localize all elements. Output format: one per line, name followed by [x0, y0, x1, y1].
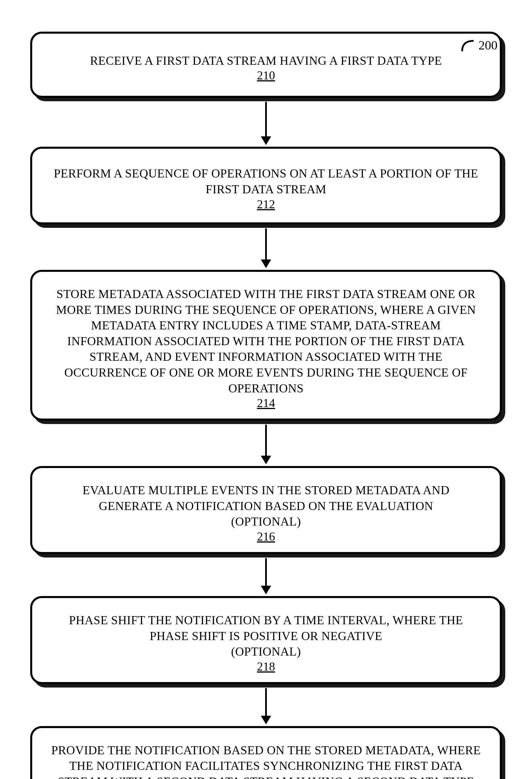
step-ref: 210 — [257, 68, 275, 82]
arrow-icon — [261, 688, 271, 724]
step-box-212: PERFORM A SEQUENCE OF OPERATIONS ON AT L… — [30, 147, 502, 224]
arrow-icon — [261, 102, 271, 145]
step-text: PHASE SHIFT THE NOTIFICATION BY A TIME I… — [50, 612, 482, 644]
step-ref: 212 — [257, 197, 275, 211]
arrow-icon — [261, 558, 271, 594]
step-ref: 216 — [257, 530, 275, 543]
step-text: PROVIDE THE NOTIFICATION BASED ON THE ST… — [50, 742, 482, 779]
arrow-icon — [261, 228, 271, 268]
figure-number-text: 200 — [478, 38, 497, 53]
step-text: STORE METADATA ASSOCIATED WITH THE FIRST… — [50, 286, 482, 396]
arrow-icon — [261, 425, 271, 464]
figure-number-label: 200 — [460, 38, 497, 53]
step-box-216: EVALUATE MULTIPLE EVENTS IN THE STORED M… — [30, 466, 502, 554]
step-text: RECEIVE A FIRST DATA STREAM HAVING A FIR… — [50, 53, 482, 69]
step-ref: 218 — [257, 660, 275, 673]
step-box-210: RECEIVE A FIRST DATA STREAM HAVING A FIR… — [30, 32, 502, 98]
flowchart-canvas: 200 RECEIVE A FIRST DATA STREAM HAVING A… — [11, 32, 521, 779]
step-optional: (OPTIONAL) — [50, 644, 482, 660]
step-box-220: PROVIDE THE NOTIFICATION BASED ON THE ST… — [30, 726, 502, 779]
step-optional: (OPTIONAL) — [50, 514, 482, 530]
step-box-214: STORE METADATA ASSOCIATED WITH THE FIRST… — [30, 270, 502, 421]
leader-arc-icon — [460, 38, 476, 53]
step-text: EVALUATE MULTIPLE EVENTS IN THE STORED M… — [50, 482, 482, 514]
step-ref: 214 — [257, 396, 275, 410]
step-text: PERFORM A SEQUENCE OF OPERATIONS ON AT L… — [50, 166, 482, 197]
flow-container: RECEIVE A FIRST DATA STREAM HAVING A FIR… — [11, 32, 521, 779]
step-box-218: PHASE SHIFT THE NOTIFICATION BY A TIME I… — [30, 596, 502, 684]
